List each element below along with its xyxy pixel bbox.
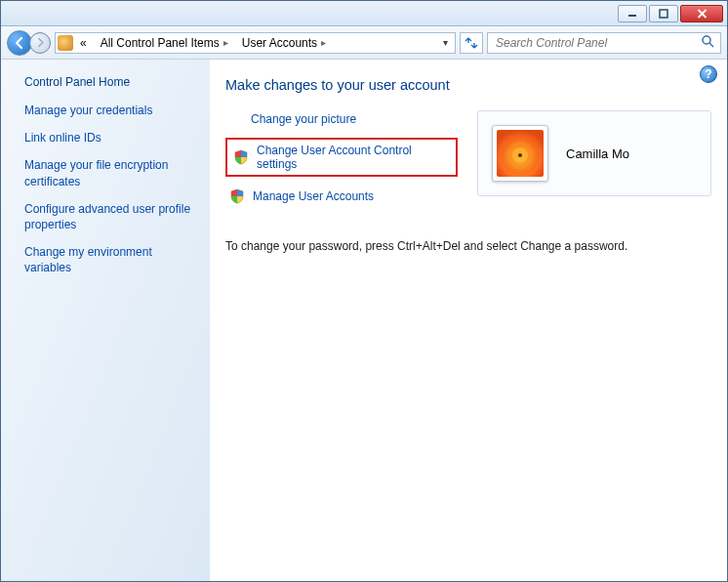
sidebar: Control Panel Home Manage your credentia…	[1, 60, 210, 581]
sidebar-item-link-online-ids[interactable]: Link online IDs	[24, 130, 198, 146]
search-icon	[701, 34, 714, 51]
window-titlebar	[1, 1, 727, 26]
task-change-picture[interactable]: Change your picture	[225, 110, 458, 128]
sidebar-item-manage-credentials[interactable]: Manage your credentials	[24, 103, 198, 118]
task-manage-user-accounts[interactable]: Manage User Accounts	[225, 187, 458, 206]
breadcrumb-label: All Control Panel Items	[101, 36, 220, 50]
user-picture-frame	[492, 125, 548, 182]
user-picture	[497, 130, 544, 177]
control-panel-icon	[58, 35, 73, 51]
maximize-button[interactable]	[649, 5, 678, 22]
control-panel-home-link[interactable]: Control Panel Home	[24, 75, 198, 89]
shield-icon	[229, 188, 245, 204]
shield-icon	[233, 149, 249, 165]
task-label: Change your picture	[251, 112, 356, 126]
search-input[interactable]	[494, 35, 701, 51]
breadcrumb-label: User Accounts	[242, 36, 317, 50]
svg-rect-1	[660, 10, 667, 18]
forward-button[interactable]	[29, 32, 51, 54]
close-button[interactable]	[680, 5, 723, 22]
address-dropdown[interactable]: ▾	[437, 37, 453, 48]
svg-line-5	[709, 43, 713, 47]
page-title: Make changes to your user account	[225, 77, 711, 93]
address-bar[interactable]: « All Control Panel Items ▸ User Account…	[55, 32, 456, 54]
sidebar-item-env-variables[interactable]: Change my environment variables	[24, 244, 198, 275]
task-label: Change User Account Control settings	[257, 144, 450, 171]
chevron-right-icon: ▸	[223, 37, 228, 48]
user-name: Camilla Mo	[566, 146, 629, 161]
task-label: Manage User Accounts	[253, 189, 374, 203]
minimize-button[interactable]	[618, 5, 647, 22]
main-content: ? Make changes to your user account Chan…	[210, 60, 727, 581]
svg-point-4	[703, 36, 710, 44]
help-icon[interactable]: ?	[700, 65, 717, 83]
sidebar-item-encryption-certs[interactable]: Manage your file encryption certificates	[24, 157, 198, 188]
user-account-card: Camilla Mo	[477, 110, 711, 196]
task-change-uac-settings[interactable]: Change User Account Control settings	[225, 138, 458, 177]
refresh-icon	[465, 36, 478, 50]
search-box[interactable]	[487, 32, 721, 54]
task-list: Change your picture Change User Account …	[225, 110, 458, 216]
breadcrumb-item-current[interactable]: User Accounts ▸	[237, 33, 333, 53]
password-instruction: To change your password, press Ctrl+Alt+…	[225, 239, 711, 253]
sidebar-item-advanced-profile[interactable]: Configure advanced user profile properti…	[24, 201, 198, 232]
breadcrumb-item-all[interactable]: All Control Panel Items ▸	[96, 33, 235, 53]
breadcrumb-overflow[interactable]: «	[75, 33, 94, 53]
chevron-right-icon: ▸	[321, 37, 326, 48]
refresh-button[interactable]	[460, 32, 483, 54]
navigation-bar: « All Control Panel Items ▸ User Account…	[1, 26, 727, 60]
